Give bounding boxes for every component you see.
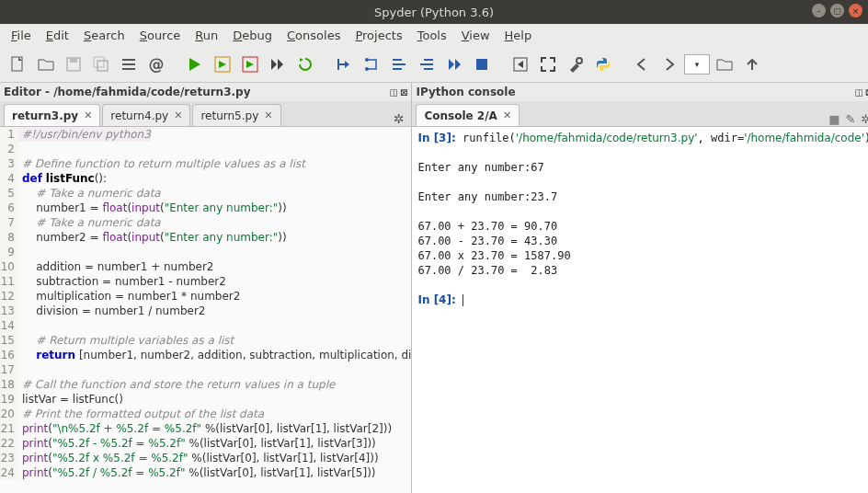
line-content[interactable]: # Take a numeric data <box>18 215 161 230</box>
ipython-console[interactable]: In [3]: runfile('/home/fahmida/code/retu… <box>412 127 868 493</box>
line-content[interactable]: # Take a numeric data <box>18 186 161 201</box>
tab-close-icon[interactable]: ✕ <box>84 109 92 121</box>
code-line[interactable]: 3# Define function to return multiple va… <box>0 156 411 171</box>
line-content[interactable]: print("%5.2f - %5.2f = %5.2f" %(listVar[… <box>18 436 376 451</box>
editor-tab-return3-py[interactable]: return3.py✕ <box>4 104 100 126</box>
run-button[interactable] <box>182 52 208 77</box>
rerun-button[interactable] <box>292 52 318 77</box>
code-line[interactable]: 11 subtraction = number1 - number2 <box>0 274 411 289</box>
code-line[interactable]: 15 # Return multiple variables as a list <box>0 333 411 348</box>
editor-tab-return5-py[interactable]: return5.py✕ <box>192 104 280 126</box>
editor-close-pane-icon[interactable]: ⊠ <box>400 87 407 97</box>
line-content[interactable]: #!/usr/bin/env python3 <box>18 127 151 142</box>
code-line[interactable]: 23print("%5.2f x %5.2f = %5.2f" %(listVa… <box>0 451 411 465</box>
list-button[interactable] <box>116 52 142 77</box>
console-options-icon[interactable]: ✲ <box>861 112 868 126</box>
debug-button[interactable] <box>331 52 357 77</box>
continue-button[interactable] <box>441 52 467 77</box>
run-cell-advance-button[interactable] <box>237 52 263 77</box>
editor-tab-return4-py[interactable]: return4.py✕ <box>102 104 190 126</box>
line-content[interactable] <box>18 142 22 156</box>
menu-search[interactable]: Search <box>76 26 132 45</box>
stop-debug-button[interactable] <box>469 52 495 77</box>
fullscreen-button[interactable] <box>535 52 561 77</box>
line-content[interactable] <box>18 362 22 377</box>
at-button[interactable]: @ <box>143 52 169 77</box>
line-content[interactable]: print("%5.2f / %5.2f = %5.2f" %(listVar[… <box>18 465 376 480</box>
line-content[interactable]: def listFunc(): <box>18 171 107 186</box>
console-undock-icon[interactable]: ◫ <box>854 87 862 97</box>
line-content[interactable]: # Define function to return multiple val… <box>18 156 305 171</box>
code-line[interactable]: 22print("%5.2f - %5.2f = %5.2f" %(listVa… <box>0 436 411 451</box>
minimize-icon[interactable]: – <box>812 4 826 17</box>
line-content[interactable]: number2 = float(input("Enter any number:… <box>18 230 287 245</box>
line-content[interactable]: # Print the formatted output of the list… <box>18 407 264 421</box>
editor-undock-icon[interactable]: ◫ <box>390 87 398 97</box>
code-line[interactable]: 17 <box>0 362 411 377</box>
run-cell-button[interactable] <box>210 52 235 77</box>
save-all-button[interactable] <box>88 52 114 77</box>
line-content[interactable]: print("%5.2f x %5.2f = %5.2f" %(listVar[… <box>18 451 379 465</box>
line-content[interactable]: listVar = listFunc() <box>18 392 123 407</box>
menu-consoles[interactable]: Consoles <box>280 26 348 45</box>
parent-dir-button[interactable] <box>739 52 765 77</box>
code-line[interactable]: 9 <box>0 245 411 259</box>
step-out-button[interactable] <box>414 52 440 77</box>
code-line[interactable]: 4def listFunc(): <box>0 171 411 186</box>
editor-options-icon[interactable]: ✲ <box>390 111 408 126</box>
tab-close-icon[interactable]: ✕ <box>174 109 182 121</box>
console-tab[interactable]: Console 2/A ✕ <box>416 104 520 126</box>
code-line[interactable]: 16 return [number1, number2, addition, s… <box>0 348 411 362</box>
line-content[interactable]: addition = number1 + number2 <box>18 259 213 274</box>
line-content[interactable]: division = number1 / number2 <box>18 304 205 318</box>
menu-edit[interactable]: Edit <box>39 26 76 45</box>
code-line[interactable]: 18# Call the function and store the retu… <box>0 377 411 392</box>
new-file-button[interactable] <box>6 52 31 77</box>
line-content[interactable]: number1 = float(input("Enter any number:… <box>18 201 287 215</box>
code-line[interactable]: 1#!/usr/bin/env python3 <box>0 127 411 142</box>
code-line[interactable]: 5 # Take a numeric data <box>0 186 411 201</box>
tab-close-icon[interactable]: ✕ <box>264 109 272 121</box>
menu-projects[interactable]: Projects <box>348 26 409 45</box>
code-line[interactable]: 6 number1 = float(input("Enter any numbe… <box>0 201 411 215</box>
run-selection-button[interactable] <box>265 52 291 77</box>
code-editor[interactable]: 1#!/usr/bin/env python323# Define functi… <box>0 127 411 493</box>
line-content[interactable]: # Call the function and store the return… <box>18 377 335 392</box>
working-dir-dropdown[interactable]: ▾ <box>684 54 710 75</box>
line-content[interactable]: print("\n%5.2f + %5.2f = %5.2f" %(listVa… <box>18 421 392 436</box>
menu-view[interactable]: View <box>454 26 497 45</box>
browse-dir-button[interactable] <box>712 52 737 77</box>
code-line[interactable]: 24print("%5.2f / %5.2f = %5.2f" %(listVa… <box>0 465 411 480</box>
line-content[interactable] <box>18 318 22 333</box>
menu-help[interactable]: Help <box>497 26 540 45</box>
menu-tools[interactable]: Tools <box>410 26 454 45</box>
console-stop-icon[interactable]: ■ <box>828 112 839 126</box>
line-content[interactable]: # Return multiple variables as a list <box>18 333 234 348</box>
menu-file[interactable]: File <box>4 26 39 45</box>
code-line[interactable]: 19listVar = listFunc() <box>0 392 411 407</box>
code-line[interactable]: 2 <box>0 142 411 156</box>
code-line[interactable]: 21print("\n%5.2f + %5.2f = %5.2f" %(list… <box>0 421 411 436</box>
open-file-button[interactable] <box>33 52 59 77</box>
preferences-button[interactable] <box>563 52 588 77</box>
code-line[interactable]: 7 # Take a numeric data <box>0 215 411 230</box>
code-line[interactable]: 12 multiplication = number1 * number2 <box>0 289 411 304</box>
back-button[interactable] <box>629 52 655 77</box>
menu-debug[interactable]: Debug <box>225 26 280 45</box>
code-line[interactable]: 10 addition = number1 + number2 <box>0 259 411 274</box>
step-button[interactable] <box>359 52 384 77</box>
line-content[interactable] <box>18 245 22 259</box>
code-line[interactable]: 8 number2 = float(input("Enter any numbe… <box>0 230 411 245</box>
save-button[interactable] <box>61 52 86 77</box>
line-content[interactable]: subtraction = number1 - number2 <box>18 274 226 289</box>
code-line[interactable]: 13 division = number1 / number2 <box>0 304 411 318</box>
console-edit-icon[interactable]: ✎ <box>845 112 855 126</box>
console-tab-close-icon[interactable]: ✕ <box>503 109 511 121</box>
code-line[interactable]: 20# Print the formatted output of the li… <box>0 407 411 421</box>
line-content[interactable]: return [number1, number2, addition, subt… <box>18 348 411 362</box>
menu-source[interactable]: Source <box>132 26 188 45</box>
step-into-button[interactable] <box>386 52 412 77</box>
forward-button[interactable] <box>657 52 682 77</box>
close-icon[interactable]: × <box>849 4 862 17</box>
line-content[interactable]: multiplication = number1 * number2 <box>18 289 240 304</box>
